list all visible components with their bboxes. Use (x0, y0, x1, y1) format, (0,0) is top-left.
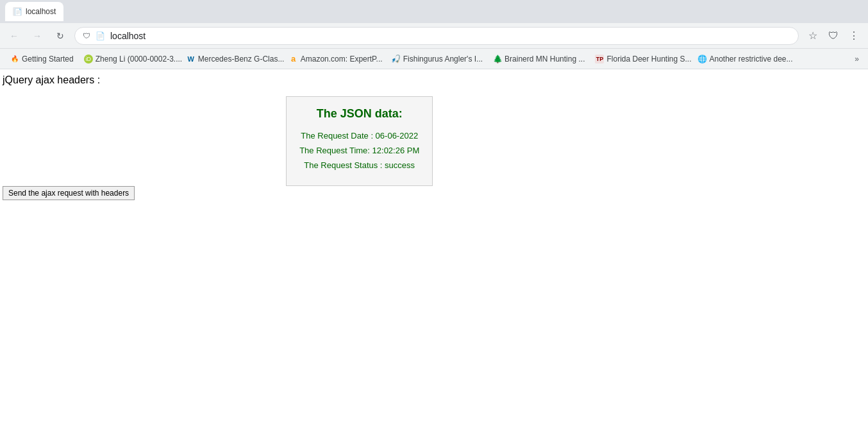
bookmark-florida-deer[interactable]: TP Florida Deer Hunting S... (590, 52, 692, 66)
bookmark-favicon-zheng-li: iD (84, 55, 93, 64)
bookmark-star-button[interactable]: ☆ (804, 27, 822, 45)
bookmark-favicon-mercedes: W (187, 55, 196, 64)
json-result-box: The JSON data: The Request Date : 06-06-… (286, 96, 433, 186)
bookmark-label-another: Another restrictive dee... (709, 55, 792, 64)
bookmark-another[interactable]: 🌐 Another restrictive dee... (692, 52, 795, 66)
tab-bar: 📄 localhost (0, 0, 868, 23)
json-date: The Request Date : 06-06-2022 (299, 131, 419, 141)
browser-window: 📄 localhost ← → ↻ 🛡 📄 localhost ☆ 🛡 (0, 0, 868, 426)
bookmarks-more-button[interactable]: » (851, 52, 863, 66)
active-tab[interactable]: 📄 localhost (5, 2, 63, 21)
bookmark-favicon-fishingurus: 🎣 (392, 55, 401, 64)
page-heading: jQuery ajax headers : (3, 74, 865, 86)
bookmark-mercedes[interactable]: W Mercedes-Benz G-Clas... (181, 52, 284, 66)
json-time: The Request Time: 12:02:26 PM (299, 146, 419, 155)
bookmark-label-getting-started: Getting Started (22, 55, 74, 64)
page-icon: 📄 (96, 31, 105, 40)
star-icon: ☆ (808, 30, 817, 42)
bookmark-label-amazon: Amazon.com: ExpertP... (301, 55, 383, 64)
forward-icon: → (33, 31, 42, 41)
bookmark-favicon-getting-started: 🔥 (10, 55, 19, 64)
bookmark-zheng-li[interactable]: iD Zheng Li (0000-0002-3.... (79, 52, 181, 66)
back-icon: ← (10, 31, 19, 41)
address-bar[interactable]: 🛡 📄 localhost (74, 27, 799, 45)
bookmark-favicon-another: 🌐 (697, 55, 706, 64)
forward-button[interactable]: → (28, 27, 46, 45)
menu-button[interactable]: ⋮ (845, 27, 863, 45)
bookmark-favicon-florida-deer: TP (595, 55, 604, 64)
url-text: localhost (110, 31, 146, 41)
security-icon: 🛡 (83, 31, 90, 40)
back-button[interactable]: ← (5, 27, 23, 45)
bookmarks-bar: 🔥 Getting Started iD Zheng Li (0000-0002… (0, 49, 868, 69)
json-status: The Request Status : success (299, 160, 419, 170)
tab-title: localhost (26, 7, 56, 16)
bookmark-favicon-amazon: a (289, 55, 298, 64)
bookmark-brainerd[interactable]: 🌲 Brainerd MN Hunting ... (488, 52, 590, 66)
bookmark-amazon[interactable]: a Amazon.com: ExpertP... (284, 52, 387, 66)
bookmark-label-fishingurus: Fishingurus Angler's I... (403, 55, 483, 64)
shield-icon: 🛡 (828, 30, 839, 42)
bookmark-label-florida-deer: Florida Deer Hunting S... (606, 55, 691, 64)
bookmark-fishingurus[interactable]: 🎣 Fishingurus Angler's I... (387, 52, 488, 66)
svg-text:📄: 📄 (14, 8, 22, 16)
bookmark-label-zheng-li: Zheng Li (0000-0002-3.... (96, 55, 181, 64)
bookmark-label-brainerd: Brainerd MN Hunting ... (505, 55, 585, 64)
page-content: jQuery ajax headers : Send the ajax requ… (0, 69, 868, 426)
bookmark-favicon-brainerd: 🌲 (493, 55, 502, 64)
refresh-button[interactable]: ↻ (51, 27, 69, 45)
send-ajax-button[interactable]: Send the ajax request with headers (3, 186, 135, 200)
toolbar-right: ☆ 🛡 ⋮ (804, 27, 863, 45)
menu-icon: ⋮ (849, 30, 859, 42)
refresh-icon: ↻ (56, 31, 64, 41)
toolbar: ← → ↻ 🛡 📄 localhost ☆ 🛡 ⋮ (0, 23, 868, 49)
shield-button[interactable]: 🛡 (824, 27, 842, 45)
json-title: The JSON data: (299, 107, 419, 121)
tab-favicon: 📄 (13, 7, 22, 16)
bookmark-getting-started[interactable]: 🔥 Getting Started (5, 52, 79, 66)
page-body: Send the ajax request with headers The J… (3, 96, 865, 200)
bookmark-label-mercedes: Mercedes-Benz G-Clas... (198, 55, 284, 64)
